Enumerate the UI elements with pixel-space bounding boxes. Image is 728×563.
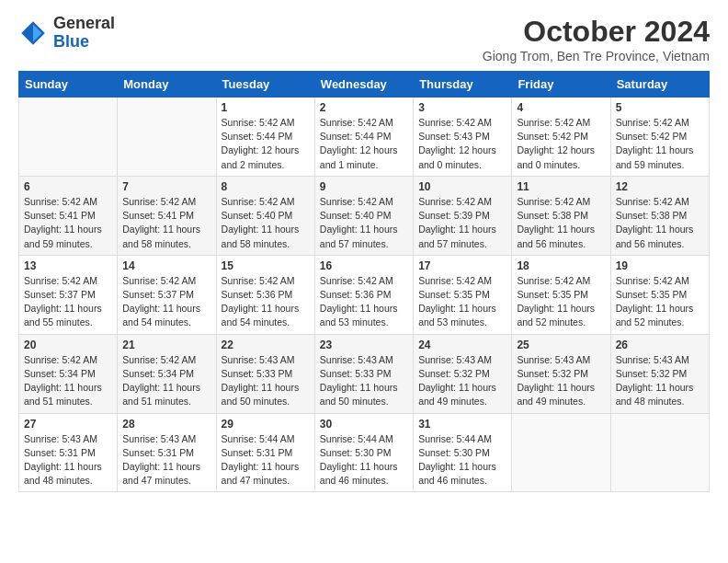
- calendar-cell: 29Sunrise: 5:44 AM Sunset: 5:31 PM Dayli…: [216, 413, 314, 492]
- calendar-cell: 27Sunrise: 5:43 AM Sunset: 5:31 PM Dayli…: [19, 413, 118, 492]
- day-info: Sunrise: 5:42 AM Sunset: 5:40 PM Dayligh…: [320, 195, 408, 251]
- calendar-cell: [512, 413, 610, 492]
- day-number: 17: [418, 259, 506, 272]
- day-info: Sunrise: 5:43 AM Sunset: 5:33 PM Dayligh…: [320, 353, 408, 409]
- calendar-cell: 5Sunrise: 5:42 AM Sunset: 5:42 PM Daylig…: [610, 98, 709, 177]
- day-number: 6: [24, 180, 112, 193]
- calendar-cell: [610, 413, 709, 492]
- calendar-cell: 11Sunrise: 5:42 AM Sunset: 5:38 PM Dayli…: [512, 176, 610, 255]
- calendar-cell: 31Sunrise: 5:44 AM Sunset: 5:30 PM Dayli…: [414, 413, 512, 492]
- calendar-cell: 9Sunrise: 5:42 AM Sunset: 5:40 PM Daylig…: [314, 176, 413, 255]
- day-number: 1: [222, 101, 310, 114]
- day-info: Sunrise: 5:42 AM Sunset: 5:37 PM Dayligh…: [24, 274, 112, 330]
- calendar-cell: 25Sunrise: 5:43 AM Sunset: 5:32 PM Dayli…: [512, 334, 610, 413]
- day-number: 29: [222, 418, 310, 431]
- calendar-cell: 15Sunrise: 5:42 AM Sunset: 5:36 PM Dayli…: [216, 255, 314, 334]
- day-number: 28: [122, 418, 210, 431]
- weekday-header: Wednesday: [314, 72, 413, 98]
- day-number: 5: [616, 101, 704, 114]
- weekday-header: Thursday: [414, 72, 512, 98]
- weekday-header: Sunday: [19, 72, 118, 98]
- calendar-cell: 24Sunrise: 5:43 AM Sunset: 5:32 PM Dayli…: [414, 334, 512, 413]
- day-info: Sunrise: 5:42 AM Sunset: 5:42 PM Dayligh…: [616, 116, 704, 172]
- day-info: Sunrise: 5:42 AM Sunset: 5:34 PM Dayligh…: [122, 353, 210, 409]
- day-info: Sunrise: 5:43 AM Sunset: 5:32 PM Dayligh…: [418, 353, 506, 409]
- day-info: Sunrise: 5:42 AM Sunset: 5:38 PM Dayligh…: [616, 195, 704, 251]
- calendar-cell: [19, 98, 118, 177]
- day-number: 31: [418, 418, 506, 431]
- calendar-cell: 4Sunrise: 5:42 AM Sunset: 5:42 PM Daylig…: [512, 98, 610, 177]
- day-number: 19: [616, 259, 704, 272]
- day-info: Sunrise: 5:42 AM Sunset: 5:44 PM Dayligh…: [222, 116, 310, 172]
- calendar-cell: 26Sunrise: 5:43 AM Sunset: 5:32 PM Dayli…: [610, 334, 709, 413]
- calendar-cell: 6Sunrise: 5:42 AM Sunset: 5:41 PM Daylig…: [19, 176, 118, 255]
- day-info: Sunrise: 5:42 AM Sunset: 5:35 PM Dayligh…: [616, 274, 704, 330]
- day-number: 24: [418, 339, 506, 351]
- day-info: Sunrise: 5:42 AM Sunset: 5:37 PM Dayligh…: [122, 274, 210, 330]
- calendar-week-row: 1Sunrise: 5:42 AM Sunset: 5:44 PM Daylig…: [19, 98, 710, 177]
- day-info: Sunrise: 5:42 AM Sunset: 5:44 PM Dayligh…: [320, 116, 408, 172]
- day-number: 11: [517, 180, 605, 193]
- day-number: 18: [517, 259, 605, 272]
- day-number: 16: [320, 259, 408, 272]
- day-info: Sunrise: 5:44 AM Sunset: 5:31 PM Dayligh…: [222, 432, 310, 488]
- day-number: 10: [418, 180, 506, 193]
- day-number: 15: [222, 259, 310, 272]
- day-number: 25: [517, 339, 605, 351]
- calendar-cell: 3Sunrise: 5:42 AM Sunset: 5:43 PM Daylig…: [414, 98, 512, 177]
- location: Giong Trom, Ben Tre Province, Vietnam: [483, 49, 710, 63]
- weekday-header: Monday: [118, 72, 216, 98]
- day-number: 2: [320, 101, 408, 114]
- day-info: Sunrise: 5:42 AM Sunset: 5:41 PM Dayligh…: [24, 195, 112, 251]
- calendar-cell: 17Sunrise: 5:42 AM Sunset: 5:35 PM Dayli…: [414, 255, 512, 334]
- day-info: Sunrise: 5:42 AM Sunset: 5:41 PM Dayligh…: [122, 195, 210, 251]
- calendar-cell: 22Sunrise: 5:43 AM Sunset: 5:33 PM Dayli…: [216, 334, 314, 413]
- day-info: Sunrise: 5:42 AM Sunset: 5:39 PM Dayligh…: [418, 195, 506, 251]
- calendar-cell: 12Sunrise: 5:42 AM Sunset: 5:38 PM Dayli…: [610, 176, 709, 255]
- calendar-body: 1Sunrise: 5:42 AM Sunset: 5:44 PM Daylig…: [19, 98, 710, 492]
- logo-icon: [18, 18, 48, 48]
- day-info: Sunrise: 5:42 AM Sunset: 5:40 PM Dayligh…: [222, 195, 310, 251]
- day-number: 8: [222, 180, 310, 193]
- calendar-table: SundayMondayTuesdayWednesdayThursdayFrid…: [18, 71, 710, 492]
- calendar-cell: 8Sunrise: 5:42 AM Sunset: 5:40 PM Daylig…: [216, 176, 314, 255]
- calendar-cell: [118, 98, 216, 177]
- calendar-cell: 16Sunrise: 5:42 AM Sunset: 5:36 PM Dayli…: [314, 255, 413, 334]
- day-info: Sunrise: 5:42 AM Sunset: 5:36 PM Dayligh…: [320, 274, 408, 330]
- day-info: Sunrise: 5:43 AM Sunset: 5:33 PM Dayligh…: [222, 353, 310, 409]
- day-number: 7: [122, 180, 210, 193]
- logo-general: General: [53, 14, 115, 32]
- calendar-cell: 23Sunrise: 5:43 AM Sunset: 5:33 PM Dayli…: [314, 334, 413, 413]
- day-info: Sunrise: 5:42 AM Sunset: 5:35 PM Dayligh…: [517, 274, 605, 330]
- weekday-header: Tuesday: [216, 72, 314, 98]
- calendar-cell: 2Sunrise: 5:42 AM Sunset: 5:44 PM Daylig…: [314, 98, 413, 177]
- day-info: Sunrise: 5:42 AM Sunset: 5:38 PM Dayligh…: [517, 195, 605, 251]
- calendar-cell: 10Sunrise: 5:42 AM Sunset: 5:39 PM Dayli…: [414, 176, 512, 255]
- day-info: Sunrise: 5:43 AM Sunset: 5:32 PM Dayligh…: [616, 353, 704, 409]
- day-info: Sunrise: 5:44 AM Sunset: 5:30 PM Dayligh…: [418, 432, 506, 488]
- day-number: 13: [24, 259, 112, 272]
- logo-text: General Blue: [53, 15, 115, 52]
- weekday-header: Saturday: [610, 72, 709, 98]
- day-info: Sunrise: 5:43 AM Sunset: 5:31 PM Dayligh…: [122, 432, 210, 488]
- calendar-week-row: 6Sunrise: 5:42 AM Sunset: 5:41 PM Daylig…: [19, 176, 710, 255]
- day-number: 27: [24, 418, 112, 431]
- day-info: Sunrise: 5:44 AM Sunset: 5:30 PM Dayligh…: [320, 432, 408, 488]
- day-info: Sunrise: 5:43 AM Sunset: 5:31 PM Dayligh…: [24, 432, 112, 488]
- day-number: 3: [418, 101, 506, 114]
- day-number: 9: [320, 180, 408, 193]
- calendar-cell: 20Sunrise: 5:42 AM Sunset: 5:34 PM Dayli…: [19, 334, 118, 413]
- day-number: 30: [320, 418, 408, 431]
- calendar-cell: 1Sunrise: 5:42 AM Sunset: 5:44 PM Daylig…: [216, 98, 314, 177]
- calendar-cell: 30Sunrise: 5:44 AM Sunset: 5:30 PM Dayli…: [314, 413, 413, 492]
- day-info: Sunrise: 5:43 AM Sunset: 5:32 PM Dayligh…: [517, 353, 605, 409]
- calendar-cell: 18Sunrise: 5:42 AM Sunset: 5:35 PM Dayli…: [512, 255, 610, 334]
- day-number: 26: [616, 339, 704, 351]
- calendar-cell: 14Sunrise: 5:42 AM Sunset: 5:37 PM Dayli…: [118, 255, 216, 334]
- calendar-header: SundayMondayTuesdayWednesdayThursdayFrid…: [19, 72, 710, 98]
- day-number: 20: [24, 339, 112, 351]
- title-area: October 2024 Giong Trom, Ben Tre Provinc…: [483, 15, 710, 63]
- calendar-cell: 7Sunrise: 5:42 AM Sunset: 5:41 PM Daylig…: [118, 176, 216, 255]
- calendar-cell: 21Sunrise: 5:42 AM Sunset: 5:34 PM Dayli…: [118, 334, 216, 413]
- weekday-header: Friday: [512, 72, 610, 98]
